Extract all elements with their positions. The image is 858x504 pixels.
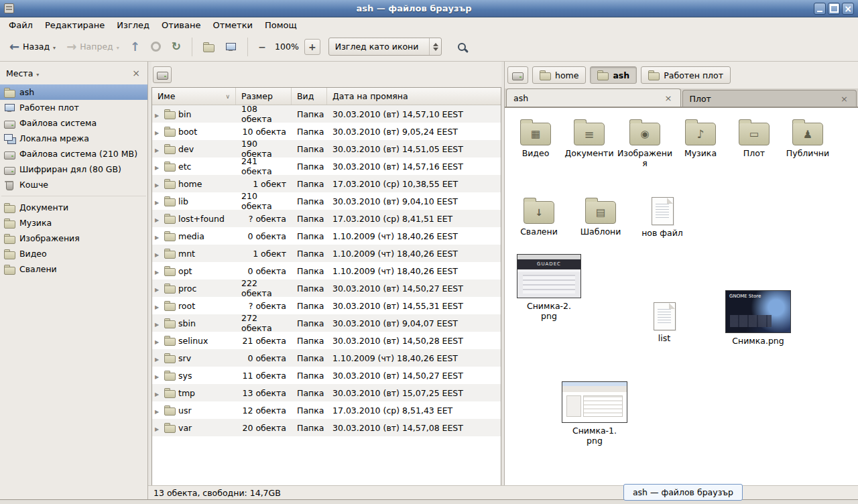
expander-icon[interactable] [155, 249, 162, 259]
expander-icon[interactable] [155, 214, 162, 224]
file-row[interactable]: sys 11 обекта Папка 30.03.2010 (вт) 14,5… [152, 367, 501, 384]
zoom-out-button[interactable]: − [255, 40, 269, 54]
expander-icon[interactable] [155, 266, 162, 276]
combo-stepper-icon[interactable] [430, 38, 441, 55]
sidebar-item[interactable]: Свалени [0, 261, 147, 277]
expander-icon[interactable] [155, 109, 162, 119]
reload-button[interactable]: ↻ [168, 38, 185, 55]
file-row[interactable]: etc 241 обекта Папка 30.03.2010 (вт) 14,… [152, 158, 501, 175]
file-row[interactable]: boot 10 обекта Папка 30.03.2010 (вт) 9,0… [152, 123, 501, 140]
file-row[interactable]: var 20 обекта Папка 30.03.2010 (вт) 14,5… [152, 419, 501, 436]
pathbar-button[interactable]: Работен плот [641, 66, 731, 84]
file-row[interactable]: sbin 272 обекта Папка 30.03.2010 (вт) 9,… [152, 314, 501, 332]
folder-item[interactable]: Плот [727, 117, 781, 159]
forward-button[interactable]: → Напред [62, 38, 123, 56]
menu-item[interactable]: Отиване [156, 19, 206, 32]
expander-icon[interactable] [155, 127, 162, 137]
places-selector[interactable]: Места [6, 68, 33, 78]
expander-icon[interactable] [155, 371, 162, 381]
column-header-date[interactable]: Дата на промяна [327, 88, 501, 105]
pathbar-root-button[interactable] [507, 66, 528, 84]
expander-icon[interactable] [155, 423, 162, 433]
tab-close-icon[interactable] [664, 93, 674, 103]
folder-item[interactable]: Изображения [616, 117, 674, 169]
stop-button[interactable] [147, 39, 165, 54]
file-row[interactable]: opt 0 обекта Папка 1.10.2009 (чт) 18,40,… [152, 262, 501, 279]
sidebar-item[interactable]: Изображения [0, 231, 147, 246]
expander-icon[interactable] [155, 405, 162, 416]
menu-item[interactable]: Редактиране [39, 19, 111, 32]
expander-icon[interactable] [155, 318, 162, 328]
folder-item[interactable]: Публични [781, 117, 835, 159]
file-row[interactable]: bin 108 обекта Папка 30.03.2010 (вт) 14,… [152, 105, 501, 123]
expander-icon[interactable] [155, 231, 162, 241]
sidebar-item[interactable]: Файлова система [0, 115, 147, 131]
back-button[interactable]: ← Назад [5, 38, 60, 56]
menu-item[interactable]: Помощ [259, 19, 303, 32]
computer-button[interactable] [221, 40, 241, 54]
tab[interactable]: ash [506, 88, 681, 107]
file-row[interactable]: selinux 21 обекта Папка 30.03.2010 (вт) … [152, 332, 501, 349]
expander-icon[interactable] [155, 301, 162, 311]
pathbar-button[interactable]: home [532, 66, 586, 84]
sidebar-item[interactable]: Шифриран дял (80 GB) [0, 162, 147, 177]
file-row[interactable]: mnt 1 обект Папка 1.10.2009 (чт) 18,40,2… [152, 245, 501, 262]
sidebar-item[interactable]: Музика [0, 215, 147, 231]
file-row[interactable]: lib 210 обекта Папка 30.03.2010 (вт) 9,0… [152, 192, 501, 210]
zoom-in-button[interactable]: + [304, 39, 320, 55]
folder-item[interactable]: Музика [674, 117, 727, 159]
sidebar-close-button[interactable] [131, 68, 141, 78]
up-button[interactable]: ↑ [126, 38, 144, 56]
sidebar-item[interactable]: Локална мрежа [0, 131, 147, 146]
minimize-button[interactable] [814, 3, 826, 15]
folder-item[interactable]: Шаблони [574, 196, 627, 237]
menu-item[interactable]: Отметки [206, 19, 258, 32]
view-mode-select[interactable]: Изглед като икони [328, 38, 442, 56]
titlebar[interactable]: ash — файлов браузър [0, 0, 858, 17]
expander-icon[interactable] [155, 388, 162, 398]
expander-icon[interactable] [155, 162, 162, 172]
expander-icon[interactable] [155, 179, 162, 189]
taskbar-window-button[interactable]: ash — файлов браузър [623, 484, 743, 501]
file-row[interactable]: tmp 13 обекта Папка 30.03.2010 (вт) 15,0… [152, 384, 501, 401]
file-row[interactable]: root ? обекта Папка 30.03.2010 (вт) 14,5… [152, 297, 501, 314]
menu-item[interactable]: Изглед [111, 19, 156, 32]
sidebar-item[interactable]: Видео [0, 246, 147, 261]
file-item-list[interactable]: list [627, 301, 701, 344]
menu-item[interactable]: Файл [3, 19, 39, 32]
sidebar-item[interactable]: ash [0, 84, 147, 100]
expander-icon[interactable] [155, 353, 162, 363]
expander-icon[interactable] [155, 336, 162, 346]
folder-item[interactable]: Документи [562, 117, 616, 159]
file-row[interactable]: lost+found ? обекта Папка 17.03.2010 (ср… [152, 210, 501, 227]
column-header-name[interactable]: Име [152, 88, 236, 105]
expander-icon[interactable] [155, 144, 162, 154]
sidebar-item[interactable]: Документи [0, 200, 147, 215]
file-row[interactable]: media 0 обекта Папка 1.10.2009 (чт) 18,4… [152, 227, 501, 245]
pathbar-button[interactable]: ash [590, 66, 637, 84]
column-header-size[interactable]: Размер [236, 88, 292, 105]
search-button[interactable] [451, 37, 473, 57]
sidebar-item[interactable]: Файлова система (210 MB) [0, 146, 147, 162]
sidebar-item[interactable]: Кошче [0, 177, 147, 192]
home-button[interactable] [199, 40, 219, 54]
close-button[interactable] [842, 3, 854, 15]
file-row[interactable]: proc 222 обекта Папка 30.03.2010 (вт) 14… [152, 279, 501, 297]
file-item-snimka1[interactable]: Снимка-1. png [558, 381, 631, 446]
file-row[interactable]: usr 12 обекта Папка 17.03.2010 (ср) 8,51… [152, 401, 501, 419]
sidebar-item[interactable]: Работен плот [0, 100, 147, 115]
file-item-snimka2[interactable]: GUADEC Снимка-2. png [512, 254, 586, 322]
maximize-button[interactable] [828, 3, 840, 15]
file-item-snimka[interactable]: GNOME Store Снимка.png [721, 290, 795, 346]
folder-item[interactable]: Свалени [513, 196, 565, 237]
file-row[interactable]: home 1 обект Папка 17.03.2010 (ср) 10,38… [152, 175, 501, 192]
file-row[interactable]: dev 190 обекта Папка 30.03.2010 (вт) 14,… [152, 140, 501, 158]
column-header-type[interactable]: Вид [292, 88, 327, 105]
folder-item[interactable]: нов файл [636, 196, 688, 239]
tab[interactable]: Плот [682, 90, 857, 107]
folder-item[interactable]: Видео [509, 117, 562, 159]
file-row[interactable]: srv 0 обекта Папка 1.10.2009 (чт) 18,40,… [152, 349, 501, 367]
tab-close-icon[interactable] [839, 94, 849, 104]
expander-icon[interactable] [155, 196, 162, 206]
pane-location-button[interactable] [153, 66, 172, 83]
